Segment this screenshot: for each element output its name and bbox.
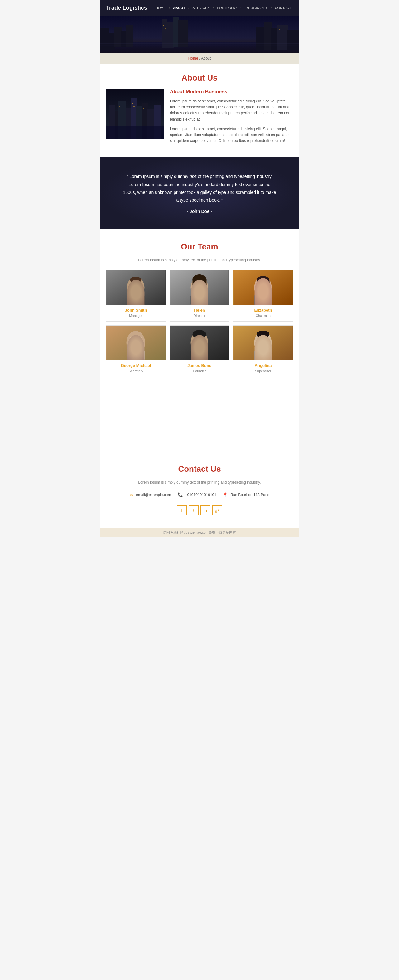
nav-portfolio[interactable]: PORTFOLIO — [215, 6, 239, 10]
team-photo-elizabeth — [233, 270, 293, 305]
angelina-portrait — [233, 326, 293, 360]
svg-rect-38 — [106, 126, 164, 139]
team-photo-james — [170, 326, 229, 360]
svg-rect-11 — [178, 20, 188, 47]
james-portrait — [170, 326, 229, 360]
svg-rect-55 — [234, 270, 292, 305]
contact-section: Contact Us Lorem Ipsum is simply dummy t… — [100, 452, 299, 528]
svg-point-58 — [257, 276, 269, 283]
helen-portrait — [170, 270, 229, 305]
contact-address-item: 📍 Rue Bourbon 113 Paris — [223, 492, 269, 497]
nav-about[interactable]: ABOUT — [171, 6, 187, 10]
social-googleplus[interactable]: g+ — [212, 505, 222, 515]
svg-point-67 — [130, 331, 142, 339]
contact-address: Rue Bourbon 113 Paris — [230, 493, 269, 497]
svg-rect-37 — [143, 108, 144, 109]
nav-services[interactable]: SERVICES — [190, 6, 211, 10]
team-title: Our Team — [106, 242, 293, 251]
team-info-elizabeth: Elizabeth Chairman — [233, 305, 293, 321]
svg-point-48 — [194, 279, 205, 291]
email-icon: ✉ — [130, 492, 133, 497]
svg-rect-64 — [107, 326, 165, 360]
about-image — [106, 89, 164, 139]
svg-rect-52 — [191, 295, 208, 305]
about-paragraph-1: Lorem ipsum dolor sit amet, consectetur … — [170, 99, 293, 123]
nav-contact[interactable]: CONTACT — [273, 6, 293, 10]
nav-sep-1: / — [169, 6, 170, 10]
contact-phone-item: 📞 +01010101010101 — [177, 492, 216, 497]
svg-point-62 — [260, 283, 261, 285]
svg-rect-4 — [108, 33, 115, 50]
svg-point-83 — [257, 331, 269, 338]
team-name-george: George Michael — [109, 363, 163, 368]
svg-rect-6 — [121, 31, 127, 47]
about-paragraph-2: Lorem ipsum dolor sit amet, consectetur … — [170, 126, 293, 144]
team-grid: John Smith Manager — [106, 270, 293, 377]
contact-email: email@example.com — [136, 493, 171, 497]
john-portrait — [106, 270, 166, 305]
svg-point-54 — [201, 283, 202, 285]
nav-sep-2: / — [188, 6, 189, 10]
svg-point-87 — [264, 338, 266, 340]
contact-email-item: ✉ email@example.com — [130, 492, 171, 497]
svg-point-43 — [130, 277, 141, 283]
quote-author: - John Doe - — [112, 209, 287, 214]
svg-rect-8 — [162, 19, 167, 48]
svg-point-77 — [196, 338, 198, 340]
svg-rect-18 — [165, 28, 166, 29]
contact-phone: +01010101010101 — [185, 493, 216, 497]
svg-rect-84 — [266, 332, 269, 334]
about-text: About Modern Business Lorem ipsum dolor … — [170, 89, 293, 148]
contact-subtitle: Lorem Ipsum is simply dummy text of the … — [106, 480, 293, 485]
team-name-james: James Bond — [173, 363, 226, 368]
svg-rect-17 — [163, 25, 164, 26]
team-info-james: James Bond Founder — [170, 360, 229, 377]
nav-sep-3: / — [213, 6, 214, 10]
spacer — [100, 389, 299, 452]
team-card-george: George Michael Secretary — [106, 325, 166, 377]
hero-cityscape — [100, 16, 299, 53]
team-info-helen: Helen Director — [170, 305, 229, 321]
svg-point-40 — [127, 277, 145, 299]
elizabeth-portrait — [233, 270, 293, 305]
social-linkedin[interactable]: in — [200, 505, 211, 515]
svg-rect-19 — [268, 27, 269, 27]
social-facebook[interactable]: f — [177, 505, 187, 515]
svg-rect-3 — [100, 28, 109, 50]
svg-rect-10 — [173, 17, 179, 47]
team-info-george: George Michael Secretary — [106, 360, 166, 377]
svg-point-45 — [137, 283, 139, 285]
about-subtitle: About Modern Business — [170, 89, 293, 95]
quote-section: " Lorem Ipsum is simply dummy text of th… — [100, 157, 299, 229]
team-card-john: John Smith Manager — [106, 270, 166, 321]
team-role-john: Manager — [109, 314, 163, 318]
team-role-james: Founder — [173, 369, 226, 373]
social-twitter[interactable]: t — [188, 505, 199, 515]
svg-rect-61 — [254, 295, 272, 305]
nav-typography[interactable]: TYPOGRAPHY — [242, 6, 269, 10]
team-card-angelina: Angelina Supervisor — [233, 325, 293, 377]
svg-rect-39 — [107, 270, 165, 305]
svg-rect-13 — [264, 22, 272, 50]
breadcrumb-current: About — [201, 56, 211, 60]
about-section: About Us — [100, 64, 299, 157]
about-cityscape-svg — [106, 89, 164, 139]
nav-home[interactable]: HOME — [154, 6, 168, 10]
breadcrumb: Home / About — [100, 53, 299, 64]
site-header: Trade Logistics HOME / ABOUT / SERVICES … — [100, 0, 299, 16]
svg-point-69 — [133, 338, 134, 340]
team-role-elizabeth: Chairman — [236, 314, 290, 318]
svg-rect-9 — [166, 22, 174, 48]
breadcrumb-home[interactable]: Home — [188, 56, 198, 60]
team-info-john: John Smith Manager — [106, 305, 166, 321]
svg-rect-85 — [254, 351, 272, 360]
hero-image — [100, 16, 299, 53]
contact-title: Contact Us — [106, 464, 293, 474]
main-nav: HOME / ABOUT / SERVICES / PORTFOLIO / TY… — [154, 6, 293, 10]
svg-rect-76 — [191, 351, 208, 360]
team-name-john: John Smith — [109, 308, 163, 312]
quote-text: " Lorem Ipsum is simply dummy text of th… — [122, 173, 277, 204]
team-role-angelina: Supervisor — [236, 369, 290, 373]
svg-point-70 — [138, 338, 139, 340]
svg-rect-36 — [119, 106, 120, 107]
